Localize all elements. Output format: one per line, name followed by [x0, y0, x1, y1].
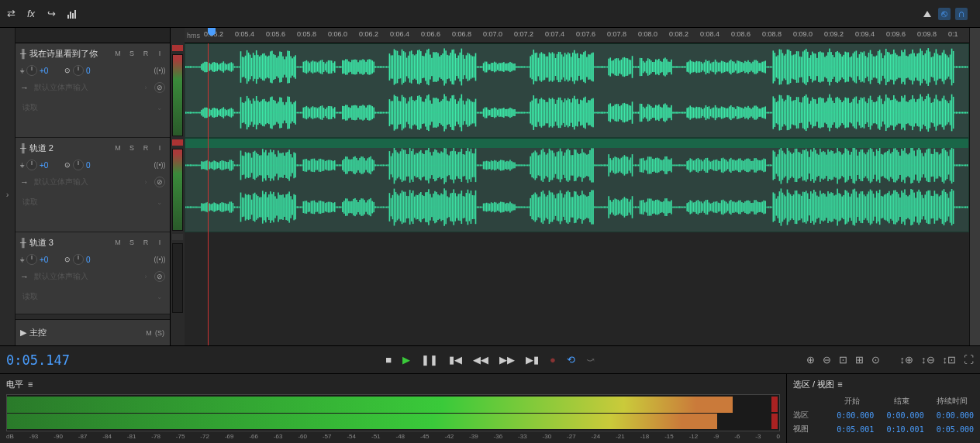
volume-value[interactable]: +0: [40, 67, 52, 75]
record-arm-button[interactable]: R: [140, 48, 151, 59]
fast-forward-button[interactable]: ▶▶: [499, 354, 515, 366]
audio-clip-2[interactable]: [185, 138, 969, 232]
track-name[interactable]: 轨道 2: [29, 143, 109, 154]
read-chevron-icon[interactable]: ⌄: [154, 102, 165, 113]
zoom-out-amp-icon[interactable]: ↕⊖: [921, 354, 935, 366]
selection-start-value[interactable]: 0:00.000: [830, 411, 874, 420]
input-chevron-icon[interactable]: ›: [140, 271, 151, 282]
track-header-1[interactable]: ╫ 我在诗里看到了你 M S R I ⏚ +0 ⊙ 0 ((•)): [16, 43, 170, 138]
selection-menu-icon[interactable]: ≡: [837, 379, 842, 389]
play-button[interactable]: ▶: [402, 354, 410, 366]
fx-icon[interactable]: fx: [25, 8, 37, 20]
pan-value[interactable]: 0: [86, 67, 98, 75]
pan-value[interactable]: 0: [86, 161, 98, 170]
phase-button[interactable]: ⊘: [154, 82, 165, 93]
triangle-icon[interactable]: [921, 8, 933, 20]
empty-track-lane-3[interactable]: [185, 232, 969, 314]
solo-button[interactable]: S: [126, 48, 137, 59]
go-to-end-button[interactable]: ▶▮: [526, 354, 539, 366]
phase-button[interactable]: ⊘: [154, 271, 165, 282]
track-name[interactable]: 我在诗里看到了你: [29, 48, 109, 60]
record-arm-button[interactable]: R: [140, 237, 151, 248]
zoom-full-icon[interactable]: ⛶: [964, 354, 974, 366]
stereo-icon[interactable]: ((•)): [154, 65, 165, 76]
track-name[interactable]: 轨道 3: [29, 237, 109, 249]
record-arm-button[interactable]: R: [140, 143, 151, 153]
stereo-icon[interactable]: ((•)): [154, 160, 165, 170]
volume-knob[interactable]: [26, 160, 37, 170]
zoom-fit-icon[interactable]: ⊡: [839, 354, 847, 366]
loop-button[interactable]: ⟲: [567, 354, 575, 366]
automation-mode-selector[interactable]: 读取: [20, 196, 154, 208]
automation-mode-selector[interactable]: 读取: [20, 101, 154, 114]
pan-knob[interactable]: [73, 160, 84, 170]
stereo-icon[interactable]: ((•)): [154, 254, 165, 265]
selection-end-value[interactable]: 0:00.000: [880, 411, 923, 420]
track-header-3[interactable]: ╫ 轨道 3 M S R I ⏚ +0 ⊙ 0 ((•)): [16, 232, 170, 314]
view-duration-value[interactable]: 0:05.000: [930, 425, 974, 434]
zoom-selection-icon[interactable]: ⊞: [855, 354, 864, 366]
pan-knob[interactable]: [73, 65, 84, 76]
playhead-line[interactable]: [208, 43, 209, 345]
read-chevron-icon[interactable]: ⌄: [154, 291, 165, 302]
rewind-button[interactable]: ◀◀: [473, 354, 488, 366]
volume-knob[interactable]: [26, 254, 37, 265]
phase-button[interactable]: ⊘: [154, 177, 165, 187]
zoom-custom-icon[interactable]: ⊙: [871, 354, 880, 366]
pan-value[interactable]: 0: [86, 256, 98, 264]
zoom-in-amp-icon[interactable]: ↕⊕: [900, 354, 914, 366]
volume-knob[interactable]: [26, 65, 37, 76]
pan-knob[interactable]: [73, 254, 84, 265]
send-icon[interactable]: ↪: [45, 8, 57, 20]
track-header-2[interactable]: ╫ 轨道 2 M S R I ⏚ +0 ⊙ 0 ((•)): [16, 138, 170, 232]
svg-rect-568: [629, 60, 630, 74]
clip-indicator-right[interactable]: [771, 414, 778, 429]
master-mute-button[interactable]: M: [143, 328, 154, 338]
input-monitor-button[interactable]: I: [154, 237, 165, 248]
mute-button[interactable]: M: [112, 48, 123, 59]
solo-button[interactable]: S: [126, 143, 137, 153]
vertical-scrollbar[interactable]: [969, 28, 980, 345]
volume-value[interactable]: +0: [40, 256, 52, 264]
view-end-value[interactable]: 0:10.001: [880, 425, 923, 434]
zoom-reset-amp-icon[interactable]: ↕⊡: [943, 354, 957, 366]
audio-clip-1[interactable]: [185, 43, 969, 138]
input-selector[interactable]: 默认立体声输入: [32, 81, 137, 94]
bars-icon[interactable]: [65, 8, 78, 20]
mute-button[interactable]: M: [112, 143, 123, 153]
volume-value[interactable]: +0: [40, 161, 52, 170]
snap-icon[interactable]: ⎋: [938, 8, 951, 20]
go-to-start-button[interactable]: ▮◀: [449, 354, 462, 366]
levels-menu-icon[interactable]: ≡: [28, 379, 33, 389]
input-monitor-button[interactable]: I: [154, 143, 165, 153]
automation-mode-selector[interactable]: 读取: [20, 290, 154, 303]
zoom-out-time-icon[interactable]: ⊖: [823, 354, 831, 366]
clip-indicator-left[interactable]: [771, 397, 778, 412]
input-selector[interactable]: 默认立体声输入: [32, 176, 137, 188]
swap-icon[interactable]: ⇄: [5, 8, 17, 20]
time-ruler[interactable]: hms 0:05.20:05.40:05.60:05.80:06.00:06.2…: [185, 28, 969, 43]
input-chevron-icon[interactable]: ›: [140, 177, 151, 187]
stop-button[interactable]: ■: [385, 354, 392, 366]
master-track-header[interactable]: ▶ 主控 M (S): [16, 319, 170, 345]
mute-button[interactable]: M: [112, 237, 123, 248]
input-monitor-button[interactable]: I: [154, 48, 165, 59]
magnet-icon[interactable]: ∩: [955, 8, 968, 20]
level-meter[interactable]: [6, 394, 780, 431]
input-chevron-icon[interactable]: ›: [140, 82, 151, 93]
pause-button[interactable]: ❚❚: [421, 354, 438, 366]
waveform-area[interactable]: hms 0:05.20:05.40:05.60:05.80:06.00:06.2…: [185, 28, 969, 345]
expand-chevron-icon[interactable]: ›: [0, 171, 15, 218]
skip-button[interactable]: ⤻: [586, 354, 595, 366]
playhead-handle[interactable]: [208, 28, 216, 36]
selection-duration-value[interactable]: 0:00.000: [930, 411, 974, 420]
master-solo-button[interactable]: (S): [154, 328, 165, 338]
solo-button[interactable]: S: [126, 237, 137, 248]
read-chevron-icon[interactable]: ⌄: [154, 197, 165, 208]
timecode-display[interactable]: 0:05.147: [6, 352, 70, 368]
zoom-in-time-icon[interactable]: ⊕: [806, 354, 815, 366]
svg-rect-1072: [239, 164, 240, 166]
input-selector[interactable]: 默认立体声输入: [32, 270, 137, 283]
view-start-value[interactable]: 0:05.001: [830, 425, 874, 434]
record-button[interactable]: ●: [550, 354, 556, 366]
